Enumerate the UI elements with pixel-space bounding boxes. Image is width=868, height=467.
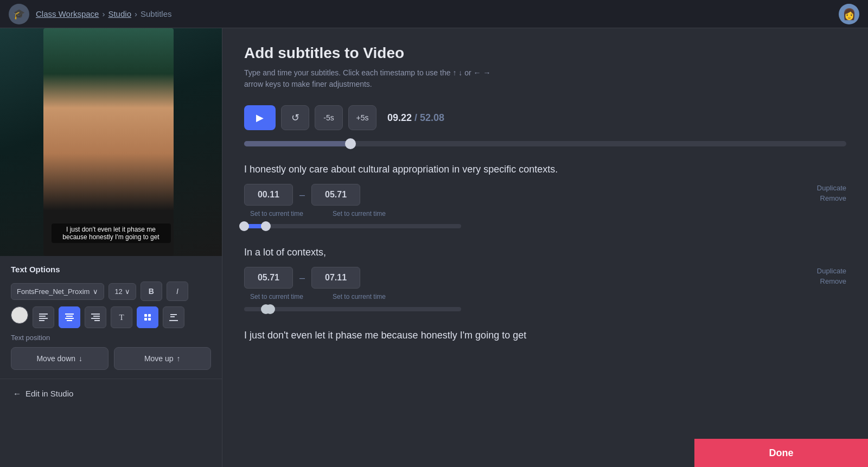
svg-rect-15 [148,318,151,321]
move-down-button[interactable]: Move down ↓ [11,347,108,370]
replay-button[interactable]: ↺ [281,105,309,130]
bold-button[interactable]: B [141,282,162,301]
edit-in-studio-button[interactable]: ← Edit in Studio [0,379,222,408]
time-controls-1: – [244,184,461,206]
progress-fill [244,141,350,146]
play-icon: ▶ [256,112,264,124]
svg-rect-9 [93,316,100,317]
range-thumb-start-1 [239,221,249,231]
breadcrumb-workspace[interactable]: Class Workspace [36,9,99,18]
play-button[interactable]: ▶ [244,105,276,130]
text-options-title: Text Options [11,265,211,274]
font-selector[interactable]: FontsFree_Net_Proxim ∨ [11,283,104,300]
remove-link-2[interactable]: Remove [820,277,846,285]
align-row: T [11,306,211,328]
page-title: Add subtitles to Video [244,44,846,62]
video-preview: I just don't even let it phase me becaus… [0,28,222,256]
page-subtitle: Type and time your subtitles. Click each… [244,67,846,90]
subtitle-1-timing: – Set to current time Set to current tim… [244,184,461,228]
avatar[interactable]: 👩 [839,4,859,24]
time-labels-2: Set to current time Set to current time [244,293,461,300]
start-time-2[interactable] [244,267,293,289]
subtitle-actions-2: Duplicate Remove [817,267,846,285]
progress-bar[interactable] [244,141,846,146]
video-face [43,28,174,256]
breadcrumb-studio[interactable]: Studio [108,9,131,18]
text-options-panel: Text Options FontsFree_Net_Proxim ∨ 12 ∨… [0,256,222,379]
subtitle-text-2: In a lot of contexts, [244,246,846,259]
end-time-1[interactable] [311,184,360,206]
svg-rect-18 [169,320,178,321]
subtitle-2-timing: – Set to current time Set to current tim… [244,267,461,311]
breadcrumb-subtitles: Subtitles [141,9,172,18]
right-panel: Add subtitles to Video Type and time you… [222,28,868,467]
subtitle-text-1: I honestly only care about cultural appr… [244,163,846,176]
align-bottom-btn[interactable] [163,306,184,328]
italic-button[interactable]: I [167,282,188,301]
range-thumb-end-2 [265,304,275,314]
text-position-label: Text position [11,334,211,342]
svg-rect-4 [65,314,74,315]
svg-rect-16 [170,314,177,315]
svg-rect-1 [39,316,46,317]
svg-rect-0 [39,314,48,315]
breadcrumb: Class Workspace › Studio › Subtitles [36,9,172,18]
svg-rect-5 [66,316,73,317]
subtitle-overlay: I just don't even let it phase me becaus… [52,223,171,243]
svg-rect-13 [148,314,151,317]
main-layout: I just don't even let it phase me becaus… [0,28,868,467]
subtitle-block-2: In a lot of contexts, – Set to current t… [244,246,846,311]
minus5-button[interactable]: -5s [315,105,343,130]
set-current-start-2[interactable]: Set to current time [244,293,309,300]
progress-thumb[interactable] [345,138,356,149]
done-button[interactable]: Done [694,439,868,467]
svg-rect-6 [65,318,74,319]
font-row: FontsFree_Net_Proxim ∨ 12 ∨ B I [11,282,211,301]
svg-rect-17 [170,316,175,317]
start-time-1[interactable] [244,184,293,206]
svg-rect-7 [67,320,72,321]
color-picker[interactable] [11,306,28,324]
svg-rect-10 [91,318,100,319]
arrow-left-icon: ← [13,389,21,398]
replay-icon: ↺ [291,112,299,124]
subtitle-actions-1: Duplicate Remove [817,184,846,202]
svg-rect-8 [91,314,100,315]
set-current-start-1[interactable]: Set to current time [244,210,309,217]
plus5-button[interactable]: +5s [348,105,376,130]
time-labels-1: Set to current time Set to current time [244,210,461,217]
end-time-2[interactable] [311,267,360,289]
svg-rect-3 [39,320,44,321]
player-controls: ▶ ↺ -5s +5s 09.22 / 52.08 [244,105,846,130]
position-buttons: Move down ↓ Move up ↑ [11,347,211,370]
subtitle-block-3: I just don't even let it phase me becaus… [244,329,846,342]
align-right-btn[interactable] [85,306,106,328]
align-left-btn[interactable] [33,306,54,328]
time-controls-2: – [244,267,461,289]
subtitle-block-1: I honestly only care about cultural appr… [244,163,846,228]
range-thumb-end-1 [261,221,271,231]
move-up-button[interactable]: Move up ↑ [114,347,212,370]
duplicate-link-2[interactable]: Duplicate [817,267,846,275]
svg-rect-11 [94,320,100,321]
svg-rect-14 [144,318,147,321]
font-size-selector[interactable]: 12 ∨ [108,283,136,300]
set-current-end-1[interactable]: Set to current time [327,210,392,217]
logo-icon: 🎓 [9,4,29,24]
remove-link-1[interactable]: Remove [820,194,846,202]
set-current-end-2[interactable]: Set to current time [327,293,392,300]
range-slider-1[interactable] [244,224,461,228]
current-time-display: 09.22 / 52.08 [387,112,444,124]
range-slider-2[interactable] [244,307,461,311]
text-style-btn[interactable]: T [111,306,132,328]
header: 🎓 Class Workspace › Studio › Subtitles 👩 [0,0,868,28]
subtitle-text-3: I just don't even let it phase me becaus… [244,329,846,342]
svg-rect-12 [144,314,147,317]
duplicate-link-1[interactable]: Duplicate [817,184,846,192]
svg-rect-2 [39,318,48,319]
video-bg: I just don't even let it phase me becaus… [0,28,222,256]
left-panel: I just don't even let it phase me becaus… [0,28,222,467]
align-center-btn[interactable] [59,306,80,328]
distribute-btn[interactable] [137,306,158,328]
